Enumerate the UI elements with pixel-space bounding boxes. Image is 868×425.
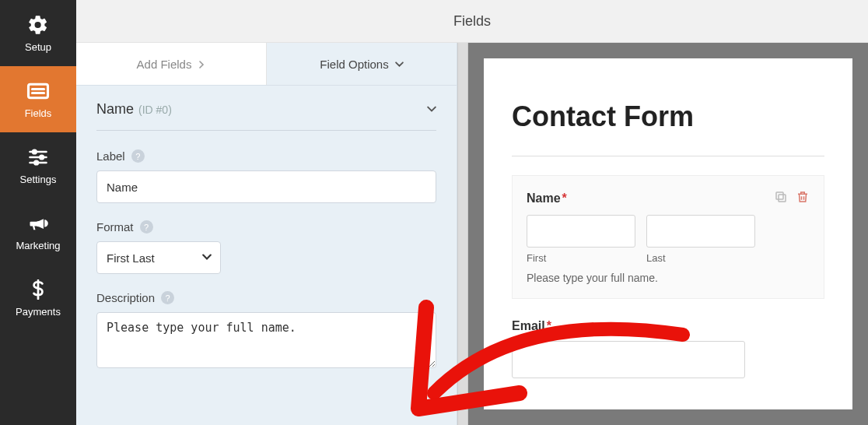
email-input[interactable]: [512, 341, 745, 378]
sliders-icon: [26, 146, 50, 169]
label-row: Label ?: [96, 149, 436, 203]
page-header: Fields: [76, 0, 868, 43]
required-marker: *: [547, 319, 551, 332]
tab-field-options[interactable]: Field Options: [267, 43, 457, 85]
form-label: Format: [96, 220, 134, 234]
first-name-input[interactable]: [527, 215, 635, 248]
format-row: Format ?: [96, 220, 436, 274]
sidebar-item-label: Setup: [25, 41, 51, 53]
field-label: Email: [512, 319, 545, 332]
svg-rect-9: [779, 195, 786, 202]
field-description: Please type your full name.: [527, 272, 810, 284]
format-select[interactable]: [96, 241, 221, 274]
preview-card: Contact Form Name*: [484, 58, 852, 409]
tab-label: Add Fields: [137, 58, 192, 71]
main: Fields Add Fields Field Options: [76, 0, 868, 425]
sidebar-item-payments[interactable]: Payments: [0, 265, 76, 331]
delete-icon[interactable]: [796, 190, 810, 207]
form-label: Description: [96, 291, 155, 304]
description-row: Description ?: [96, 291, 436, 371]
help-icon[interactable]: ?: [140, 220, 153, 234]
content: Add Fields Field Options Name (ID: [76, 43, 868, 425]
sidebar-item-marketing[interactable]: Marketing: [0, 198, 76, 265]
last-name-input[interactable]: [646, 215, 755, 248]
sidebar-item-label: Fields: [25, 107, 52, 119]
form-icon: [26, 79, 50, 103]
svg-point-6: [40, 156, 44, 160]
last-sublabel: Last: [646, 252, 755, 264]
field-options-toggle[interactable]: Name (ID #0): [96, 101, 436, 131]
svg-rect-0: [29, 84, 48, 98]
chevron-down-icon: [427, 103, 436, 117]
sidebar-item-fields[interactable]: Fields: [0, 66, 76, 132]
chevron-right-icon: [198, 58, 205, 71]
field-heading-id: (ID #0): [138, 104, 172, 116]
preview-field-name[interactable]: Name*: [512, 175, 824, 299]
field-heading-name: Name: [96, 101, 134, 118]
page-title: Fields: [453, 13, 491, 30]
svg-rect-10: [776, 192, 783, 199]
first-sublabel: First: [527, 252, 635, 264]
sidebar-item-label: Payments: [16, 306, 61, 318]
sidebar-item-label: Settings: [20, 174, 57, 185]
sidebar-item-label: Marketing: [16, 240, 60, 251]
field-label: Name: [527, 191, 561, 205]
help-icon[interactable]: ?: [131, 149, 145, 163]
option-body: Name (ID #0) Label ? For: [76, 86, 457, 425]
svg-point-4: [33, 150, 37, 154]
required-marker: *: [562, 191, 567, 205]
dollar-icon: [26, 278, 50, 301]
gear-icon: [26, 13, 50, 37]
options-panel: Add Fields Field Options Name (ID: [76, 43, 457, 425]
chevron-down-icon: [395, 58, 404, 71]
description-textarea[interactable]: [96, 312, 436, 368]
form-label: Label: [96, 149, 125, 163]
sidebar-item-setup[interactable]: Setup: [0, 0, 76, 66]
sidebar: Setup Fields Settings Marketing Payments: [0, 0, 76, 425]
preview-pane: Contact Form Name*: [468, 43, 868, 425]
bullhorn-icon: [26, 212, 50, 235]
tab-add-fields[interactable]: Add Fields: [76, 43, 267, 85]
tabs: Add Fields Field Options: [76, 43, 457, 86]
form-title: Contact Form: [512, 100, 714, 132]
sidebar-item-settings[interactable]: Settings: [0, 132, 76, 198]
help-icon[interactable]: ?: [161, 291, 174, 304]
panel-resize-handle[interactable]: [457, 43, 468, 425]
divider: [512, 156, 824, 156]
duplicate-icon[interactable]: [774, 190, 788, 207]
tab-label: Field Options: [320, 58, 388, 71]
preview-field-email[interactable]: Email*: [512, 319, 824, 378]
svg-point-8: [34, 161, 38, 165]
label-input[interactable]: [96, 170, 436, 203]
